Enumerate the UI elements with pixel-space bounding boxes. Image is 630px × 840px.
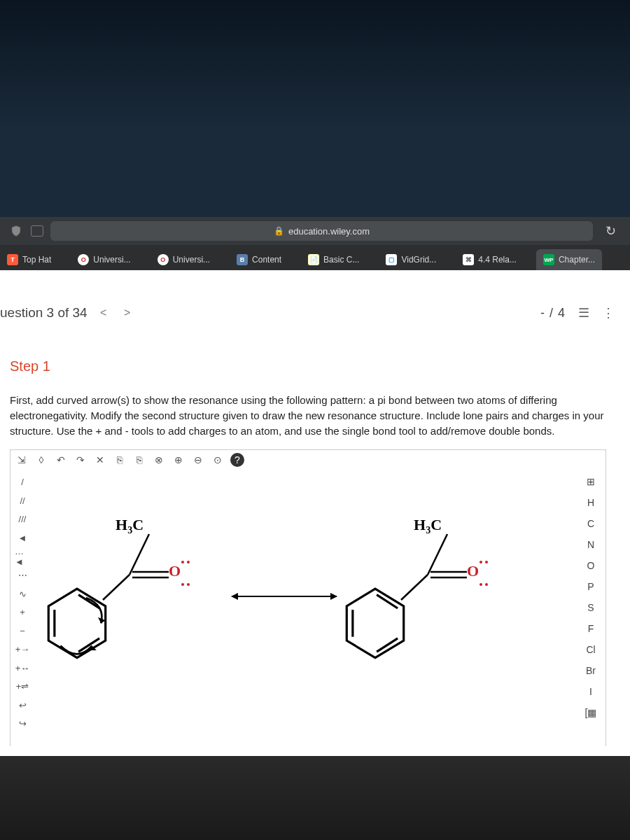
list-icon[interactable]: ☰ (578, 305, 589, 321)
tab-content[interactable]: B Content (230, 249, 288, 270)
element-p[interactable]: P (582, 579, 600, 594)
zoom-fit-tool[interactable]: ⊗ (152, 453, 166, 467)
editor-right-toolbar: ⊞ H C N O P S F Cl Br I [▦ (580, 474, 601, 720)
copy-tool[interactable]: ⎘ (113, 453, 127, 467)
element-s[interactable]: S (582, 600, 600, 615)
cut-tool[interactable]: ✕ (93, 453, 107, 467)
single-bond-tool[interactable]: / (15, 475, 30, 489)
redo-tool[interactable]: ↷ (74, 453, 88, 467)
more-icon[interactable]: ⋮ (602, 305, 615, 321)
double-bond-tool[interactable]: // (15, 494, 30, 507)
periodic-tool[interactable]: ⊞ (582, 474, 600, 489)
editor-bottom-toolbar: •• • ⬠ ◯ ⬡ ⬡ ⬡ (52, 746, 183, 756)
tab-universi-2[interactable]: O Universi... (150, 249, 217, 270)
element-i[interactable]: I (582, 684, 600, 699)
undo-tool[interactable]: ↶ (54, 453, 68, 467)
zoom-reset-tool[interactable]: ⊙ (211, 453, 225, 467)
wedge-tool[interactable]: ◄ (15, 531, 30, 545)
benzene-ring (344, 587, 407, 657)
step-label: Step 1 (0, 330, 630, 374)
reaction-arrow-tool[interactable]: +→ (15, 643, 30, 656)
question-header: uestion 3 of 34 < > - / 4 ☰ ⋮ (0, 270, 630, 330)
doc-favicon: 📄 (308, 254, 319, 265)
ring-tool-2[interactable]: ⬡ (170, 746, 183, 756)
hash-wedge-tool[interactable]: …◄ (15, 550, 30, 564)
element-br[interactable]: Br (582, 663, 600, 678)
next-question-button[interactable]: > (120, 305, 135, 321)
svg-line-10 (428, 534, 447, 575)
wavy-tool[interactable]: ∿ (15, 587, 30, 601)
tab-label: 4.4 Rela... (478, 255, 517, 265)
element-f[interactable]: F (582, 621, 600, 636)
benzene-tool[interactable]: ⬡ (131, 746, 144, 756)
lone-pair-tool[interactable]: •• (52, 746, 65, 756)
sidebar-toggle-icon[interactable] (31, 225, 43, 237)
dots-tool[interactable]: ⋯ (15, 568, 30, 582)
tab-label: Universi... (93, 255, 130, 265)
svg-marker-4 (48, 589, 105, 658)
structure-editor[interactable]: ⇲ ◊ ↶ ↷ ✕ ⎘ ⎘ ⊗ ⊕ ⊖ ⊙ ? / // /// ◄ …◄ ⋯ … (10, 449, 606, 756)
address-bar[interactable]: 🔒 education.wiley.com (50, 221, 593, 241)
lock-icon: 🔒 (274, 226, 284, 236)
resonance-arrow (232, 596, 337, 597)
molecule-left[interactable]: H3C O (38, 516, 206, 670)
benzene-ring (46, 587, 108, 657)
resonance-arrow-tool[interactable]: +↔ (15, 661, 30, 674)
tab-strip: T Top Hat O Universi... O Universi... B … (0, 245, 630, 270)
tab-tophat[interactable]: T Top Hat (0, 249, 58, 270)
desk-surface (0, 756, 630, 840)
element-n[interactable]: N (582, 537, 600, 552)
tab-universi-1[interactable]: O Universi... (71, 249, 137, 270)
circle-favicon: O (78, 254, 89, 265)
tab-label: Basic C... (323, 255, 359, 265)
reload-icon[interactable]: ↻ (600, 223, 622, 239)
tab-rela[interactable]: ⌘ 4.4 Rela... (456, 249, 524, 270)
editor-top-toolbar: ⇲ ◊ ↶ ↷ ✕ ⎘ ⎘ ⊗ ⊕ ⊖ ⊙ ? (15, 453, 244, 467)
paste-tool[interactable]: ⎘ (132, 453, 146, 467)
erase-tool[interactable]: ◊ (34, 453, 48, 467)
element-c[interactable]: C (582, 516, 600, 531)
score-display: - / 4 (540, 306, 566, 321)
url-host: education.wiley.com (288, 226, 370, 237)
h3c-label: H3C (115, 516, 144, 536)
select-tool[interactable]: ⇲ (15, 453, 29, 467)
element-o[interactable]: O (582, 558, 600, 573)
zoom-in-tool[interactable]: ⊕ (172, 453, 186, 467)
template-tool[interactable]: [▦ (582, 705, 600, 720)
half-arrow-tool[interactable]: ↪ (15, 717, 30, 730)
vidgrid-favicon: ▢ (386, 254, 397, 265)
equilibrium-arrow-tool[interactable]: +⇌ (15, 680, 30, 693)
tab-label: Universi... (173, 255, 210, 265)
cyclopentane-tool[interactable]: ⬠ (92, 746, 104, 756)
element-cl[interactable]: Cl (582, 642, 600, 657)
cyclohexane-tool[interactable]: ◯ (111, 746, 124, 756)
molecule-right[interactable]: H3C O (337, 516, 505, 670)
tab-label: Top Hat (22, 255, 51, 265)
plus-charge-tool[interactable]: + (15, 606, 30, 619)
triple-bond-tool[interactable]: /// (15, 512, 30, 526)
help-tool[interactable]: ? (230, 453, 244, 467)
tab-label: VidGrid... (401, 255, 436, 265)
svg-line-0 (130, 534, 149, 575)
drawing-canvas[interactable]: H3C O (36, 475, 576, 733)
oxygen-label: O (169, 562, 181, 580)
minus-charge-tool[interactable]: − (15, 624, 30, 638)
tab-label: Chapter... (559, 255, 595, 265)
question-instructions: First, add curved arrow(s) to show the r… (0, 374, 630, 445)
curved-arrow-tool[interactable]: ↩ (15, 698, 30, 711)
h3c-label: H3C (414, 516, 442, 536)
prev-question-button[interactable]: < (96, 305, 111, 321)
tab-basic[interactable]: 📄 Basic C... (301, 249, 366, 270)
tophat-favicon: T (7, 254, 18, 265)
editor-left-toolbar: / // /// ◄ …◄ ⋯ ∿ + − +→ +↔ +⇌ ↩ ↪ (13, 475, 31, 730)
element-h[interactable]: H (582, 495, 600, 510)
browser-toolbar: 🔒 education.wiley.com ↻ (0, 217, 630, 245)
b-favicon: B (237, 254, 248, 265)
tab-vidgrid[interactable]: ▢ VidGrid... (379, 249, 443, 270)
ring-tool-1[interactable]: ⬡ (150, 746, 163, 756)
radical-tool[interactable]: • (72, 746, 85, 756)
tab-chapter[interactable]: WP Chapter... (536, 249, 602, 270)
svg-marker-14 (346, 589, 403, 658)
privacy-shield-icon[interactable] (8, 223, 24, 239)
zoom-out-tool[interactable]: ⊖ (191, 453, 205, 467)
